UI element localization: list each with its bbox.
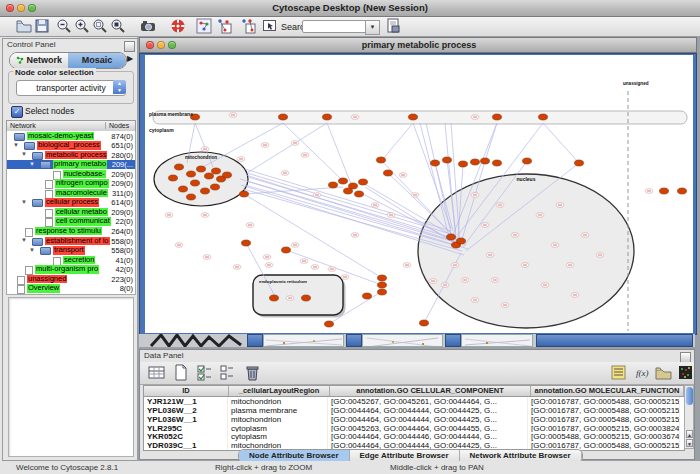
attribute-list-icon[interactable] (610, 364, 627, 381)
expand-arrow-icon[interactable]: ▼ (13, 141, 19, 150)
node-selected-color[interactable] (197, 166, 206, 172)
search-input[interactable] (302, 20, 366, 33)
new-attribute-icon[interactable] (172, 364, 189, 381)
float-panel-icon[interactable] (124, 41, 135, 52)
function-builder-icon[interactable]: f(x) (634, 364, 651, 381)
tree-row[interactable]: response to stimulu264(0) (7, 226, 135, 236)
table-row[interactable]: YPL036W__1mitochondrion[GO:0044464, GO:0… (144, 415, 684, 424)
zoom-in-icon[interactable] (74, 18, 90, 34)
scroll-down-icon[interactable]: ▼ (686, 439, 693, 447)
background-window-thumb[interactable] (362, 334, 443, 347)
zoom-fit-icon[interactable] (110, 18, 126, 34)
background-window-thumb[interactable] (263, 334, 344, 347)
table-row[interactable]: YPL036W__2plasma membrane[GO:0044464, GO… (144, 406, 684, 415)
node-selected-color[interactable] (384, 170, 393, 176)
node-selected-color[interactable] (378, 275, 387, 281)
node-selected-color[interactable] (459, 161, 468, 167)
tab-mosaic[interactable]: Mosaic (68, 53, 126, 68)
node-selected-color[interactable] (447, 234, 456, 240)
node-selected-color[interactable] (355, 191, 364, 197)
node-selected-color[interactable] (575, 160, 584, 166)
column-header[interactable]: annotation.GO CELLULAR_COMPONENT (330, 386, 531, 396)
background-window-edge[interactable] (346, 334, 362, 347)
node-selected-color[interactable] (539, 114, 548, 120)
layout-nodes-icon[interactable] (216, 18, 232, 34)
node-selected-color[interactable] (481, 158, 490, 164)
node-selected-color[interactable] (187, 194, 196, 200)
node-selected-color[interactable] (523, 158, 532, 164)
expand-arrow-icon[interactable]: ▼ (21, 236, 27, 245)
open-folder-icon[interactable] (16, 18, 32, 34)
layout-edges-icon[interactable] (240, 18, 256, 34)
node-selected-color[interactable] (420, 320, 429, 326)
node-selected-color[interactable] (191, 180, 200, 186)
node-selected-color[interactable] (211, 184, 220, 190)
attribute-table-icon[interactable] (148, 364, 165, 381)
table-row[interactable]: YLR295Ccytoplasm[GO:0045263, GO:0044464,… (144, 424, 684, 433)
tree-row[interactable]: ▼biological_process651(0) (7, 141, 135, 151)
node-selected-color[interactable] (443, 157, 452, 163)
delete-attribute-icon[interactable] (244, 364, 261, 381)
node-selected-color[interactable] (240, 191, 249, 197)
node-selected-color[interactable] (344, 188, 353, 194)
select-attributes-icon[interactable] (196, 364, 213, 381)
tree-row[interactable]: Overview8(0) (7, 284, 135, 294)
tree-row[interactable]: multi-organism pro42(0) (7, 265, 135, 275)
tree-row[interactable]: ▼cellular process614(0) (7, 198, 135, 208)
table-vertical-scrollbar[interactable]: ▲ ▼ (684, 385, 694, 449)
background-window-edge[interactable] (247, 334, 263, 347)
select-mode-icon[interactable] (262, 18, 278, 34)
node-selected-color[interactable] (282, 247, 291, 253)
search-dropdown-icon[interactable]: ▼ (365, 20, 380, 35)
attribute-table-header[interactable]: ID_cellularLayoutRegionannotation.GO CEL… (144, 386, 684, 397)
node-selected-color[interactable] (409, 114, 418, 120)
node-color-select[interactable]: transporter activity ▲▼ (16, 80, 126, 96)
background-window-thumb[interactable] (461, 334, 533, 347)
tree-row[interactable]: ▼primary metabo209(... (7, 160, 135, 170)
unselect-attributes-icon[interactable] (218, 364, 235, 381)
node-selected-color[interactable] (201, 188, 210, 194)
node-selected-color[interactable] (378, 282, 387, 288)
node-selected-color[interactable] (431, 160, 440, 166)
column-header[interactable]: ID (144, 386, 229, 396)
node-selected-color[interactable] (302, 295, 311, 301)
node-selected-color[interactable] (169, 175, 178, 181)
node-selected-color[interactable] (378, 289, 387, 295)
node-selected-color[interactable] (212, 168, 221, 174)
column-header[interactable]: annotation.GO MOLECULAR_FUNCTION (531, 386, 684, 396)
tree-row[interactable]: ▼transport558(0) (7, 246, 135, 256)
node-selected-color[interactable] (187, 171, 196, 177)
expand-arrow-icon[interactable]: ▼ (21, 198, 27, 207)
search-settings-icon[interactable] (385, 18, 401, 34)
node-selected-color[interactable] (325, 321, 334, 327)
import-attributes-icon[interactable] (655, 364, 672, 381)
scrollbar-thumb[interactable] (686, 387, 693, 405)
node-selected-color[interactable] (242, 240, 251, 246)
scroll-up-icon[interactable]: ▲ (686, 430, 693, 438)
background-window-edge[interactable] (536, 334, 693, 347)
table-row[interactable]: YKR052Ccytoplasm[GO:0044464, GO:0044446,… (144, 432, 684, 441)
column-header[interactable]: _cellularLayoutRegion (229, 386, 330, 396)
mitochondrion-region[interactable] (154, 152, 248, 206)
node-selected-color[interactable] (457, 238, 466, 244)
node-selected-color[interactable] (660, 188, 669, 194)
expand-arrow-icon[interactable]: ▼ (29, 160, 35, 169)
node-selected-color[interactable] (223, 172, 232, 178)
node-selected-color[interactable] (279, 114, 288, 120)
expand-arrow-icon[interactable]: ▼ (21, 150, 27, 159)
node-selected-color[interactable] (359, 179, 368, 185)
node-selected-color[interactable] (205, 173, 214, 179)
help-lifesaver-icon[interactable] (170, 18, 186, 34)
node-selected-color[interactable] (377, 157, 386, 163)
birdseye-view[interactable] (8, 297, 134, 457)
select-nodes-checkbox[interactable]: ✓ (11, 106, 23, 118)
node-selected-color[interactable] (471, 159, 480, 165)
expand-arrow-icon[interactable]: ▼ (29, 246, 35, 255)
node-selected-color[interactable] (179, 186, 188, 192)
zoom-out-icon[interactable] (56, 18, 72, 34)
table-row[interactable]: YJR121W__1mitochondrion[GO:0045267, GO:0… (144, 397, 684, 406)
node-selected-color[interactable] (363, 293, 372, 299)
tree-row[interactable]: unassigned223(0) (7, 274, 135, 284)
snapshot-camera-icon[interactable] (140, 18, 156, 34)
node-selected-color[interactable] (175, 164, 184, 170)
